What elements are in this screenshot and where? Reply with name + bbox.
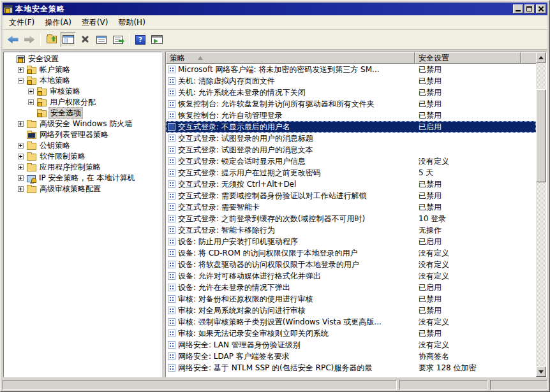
close-button[interactable] — [536, 4, 546, 13]
expand-plus-icon[interactable] — [18, 164, 24, 170]
policy-name: 交互式登录: 之前登录到缓存的次数(域控制器不可用时) — [178, 214, 415, 224]
column-header-policy[interactable]: 策略 — [166, 52, 415, 64]
policy-name: 交互式登录: 智能卡移除行为 — [178, 225, 415, 236]
expand-plus-icon[interactable] — [18, 67, 24, 73]
tree-item-label: 审核策略 — [48, 86, 82, 97]
tree-item[interactable]: 审核策略 — [4, 86, 161, 97]
status-section-0 — [3, 380, 397, 390]
policy-row[interactable]: 交互式登录: 无须按 Ctrl+Alt+Del已禁用 — [166, 178, 536, 190]
tree-item[interactable]: 高级审核策略配置 — [4, 184, 161, 194]
minimize-button[interactable] — [513, 4, 523, 13]
expand-plus-icon[interactable] — [18, 186, 24, 192]
export-list-icon — [113, 36, 123, 44]
toolbar-help-button[interactable] — [133, 32, 148, 47]
tree-item[interactable]: 安全设置 — [4, 54, 161, 64]
minimize-icon — [516, 10, 521, 11]
tree-item[interactable]: 应用程序控制策略 — [4, 162, 161, 173]
menu-view[interactable]: 查看(V) — [77, 15, 114, 30]
policy-row[interactable]: 交互式登录: 试图登录的用户的消息文本 — [166, 144, 536, 156]
toolbar-new-window-button[interactable] — [149, 32, 165, 47]
policy-row[interactable]: 设备: 允许对可移动媒体进行格式化并弹出没有定义 — [166, 270, 536, 282]
column-header-setting[interactable]: 安全设置 — [415, 52, 521, 64]
policy-name: 设备: 允许在未登录的情况下弹出 — [178, 282, 415, 293]
expand-plus-icon[interactable] — [18, 175, 24, 181]
policy-row[interactable]: 网络安全: 基于 NTLM SSP 的(包括安全 RPC)服务器的最要求 128… — [166, 362, 536, 374]
tree-item[interactable]: IP 安全策略，在 本地计算机 — [4, 173, 161, 184]
policy-row[interactable]: 交互式登录: 需要智能卡已禁用 — [166, 201, 536, 213]
policy-doc-icon — [168, 226, 175, 234]
menu-help[interactable]: 帮助(H) — [113, 15, 150, 30]
policy-row[interactable]: 网络安全: LDAP 客户端签名要求协商签名 — [166, 351, 536, 362]
policy-row[interactable]: 交互式登录: 智能卡移除行为无操作 — [166, 224, 536, 236]
menu-action[interactable]: 操作(A) — [40, 15, 77, 30]
policy-row[interactable]: 审核: 如果无法记录安全审核则立即关闭系统已禁用 — [166, 328, 536, 339]
policy-row[interactable]: 网络安全: LAN 管理器身份验证级别没有定义 — [166, 339, 536, 351]
tree-item-label: 高级审核策略配置 — [38, 184, 102, 194]
policy-row[interactable]: 交互式登录: 锁定会话时显示用户信息没有定义 — [166, 156, 536, 167]
title-bar[interactable]: 本地安全策略 — [3, 3, 547, 15]
tree-item[interactable]: 本地策略 — [4, 75, 161, 86]
tree-item[interactable]: 公钥策略 — [4, 140, 161, 151]
policy-row[interactable]: 交互式登录: 之前登录到缓存的次数(域控制器不可用时)10 登录 — [166, 213, 536, 224]
menu-file[interactable]: 文件(F) — [4, 15, 40, 30]
policy-row[interactable]: 关机: 允许系统在未登录的情况下关闭已禁用 — [166, 87, 536, 98]
policy-name: 交互式登录: 锁定会话时显示用户信息 — [178, 156, 415, 167]
toolbar-export-list-button[interactable] — [110, 32, 126, 47]
expand-plus-icon[interactable] — [28, 89, 34, 94]
toolbar-forward-button[interactable] — [22, 32, 37, 47]
scroll-up-button[interactable] — [536, 52, 546, 62]
policy-row[interactable]: 交互式登录: 试图登录的用户的消息标题 — [166, 133, 536, 144]
toolbar-up-one-level-button[interactable] — [44, 32, 59, 47]
policy-row[interactable]: Microsoft 网络客户端: 将未加密的密码发送到第三方 SM...已禁用 — [166, 64, 536, 75]
policy-row[interactable]: 关机: 清除虚拟内存页面文件已禁用 — [166, 75, 536, 87]
policy-name: 网络安全: 基于 NTLM SSP 的(包括安全 RPC)服务器的最 — [178, 363, 415, 374]
expand-plus-icon[interactable] — [18, 143, 24, 149]
help-icon — [135, 35, 145, 45]
policy-row[interactable]: 审核: 对全局系统对象的访问进行审核已禁用 — [166, 305, 536, 316]
folder-icon — [27, 164, 36, 171]
tree-item[interactable]: 软件限制策略 — [4, 151, 161, 162]
column-header-setting-label: 安全设置 — [419, 53, 449, 64]
toolbar-back-button[interactable] — [5, 32, 20, 47]
toolbar-delete-button[interactable] — [77, 32, 93, 47]
policy-row[interactable]: 交互式登录: 需要域控制器身份验证以对工作站进行解锁已禁用 — [166, 190, 536, 201]
policy-row[interactable]: 审核: 强制审核策略子类别设置(Windows Vista 或更高版...没有定… — [166, 316, 536, 328]
tree-item[interactable]: 网络列表管理器策略 — [4, 129, 161, 140]
maximize-button[interactable] — [524, 4, 535, 13]
scrollbar-thumb[interactable] — [536, 89, 546, 182]
tree-item[interactable]: 用户权限分配 — [4, 97, 161, 108]
window-title: 本地安全策略 — [15, 4, 512, 15]
scroll-down-button[interactable] — [536, 367, 546, 377]
tree-item[interactable]: 安全选项 — [4, 108, 161, 119]
policy-row[interactable]: 审核: 对备份和还原权限的使用进行审核已禁用 — [166, 293, 536, 305]
policy-name: 审核: 对备份和还原权限的使用进行审核 — [178, 294, 415, 305]
policy-row[interactable]: 设备: 允许在未登录的情况下弹出已启用 — [166, 282, 536, 293]
expand-plus-icon[interactable] — [18, 121, 24, 127]
policy-row[interactable]: 恢复控制台: 允许软盘复制并访问所有驱动器和所有文件夹已禁用 — [166, 98, 536, 110]
policy-doc-icon — [168, 192, 175, 200]
policy-doc-icon — [168, 318, 175, 326]
policy-row[interactable]: 设备: 防止用户安装打印机驱动程序已启用 — [166, 236, 536, 247]
policy-row[interactable]: 交互式登录: 提示用户在过期之前更改密码5 天 — [166, 167, 536, 178]
tree-item-label: 本地策略 — [38, 75, 71, 86]
policy-name: 网络安全: LDAP 客户端签名要求 — [178, 351, 415, 362]
toolbar-show-console-tree-button[interactable] — [61, 32, 76, 47]
toolbar-properties-button[interactable] — [94, 32, 109, 47]
expand-plus-icon[interactable] — [28, 99, 34, 105]
collapse-minus-icon[interactable] — [18, 78, 24, 83]
policy-doc-icon — [168, 352, 175, 360]
expand-plus-icon[interactable] — [18, 154, 24, 159]
policy-row[interactable]: 恢复控制台: 允许自动管理登录已禁用 — [166, 110, 536, 121]
policy-row[interactable]: 设备: 将软盘驱动器的访问权限仅限于本地登录的用户没有定义 — [166, 259, 536, 270]
tree-item[interactable]: 帐户策略 — [4, 64, 161, 75]
policy-row[interactable]: 设备: 将 CD-ROM 的访问权限仅限于本地登录的用户没有定义 — [166, 247, 536, 259]
local-security-policy-window: 本地安全策略 文件(F)操作(A)查看(V)帮助(H) 安全设置帐户策略本地策略… — [0, 0, 550, 392]
vertical-scrollbar[interactable] — [536, 52, 546, 377]
policy-name: 交互式登录: 需要域控制器身份验证以对工作站进行解锁 — [178, 191, 415, 201]
policy-name: 设备: 将 CD-ROM 的访问权限仅限于本地登录的用户 — [178, 248, 415, 259]
security-setting-value: 没有定义 — [415, 340, 521, 351]
policy-doc-icon — [168, 284, 175, 291]
status-bar — [3, 379, 547, 390]
tree-item[interactable]: 高级安全 Windows 防火墙 — [4, 119, 161, 129]
policy-row[interactable]: 交互式登录: 不显示最后的用户名已启用 — [166, 121, 536, 133]
